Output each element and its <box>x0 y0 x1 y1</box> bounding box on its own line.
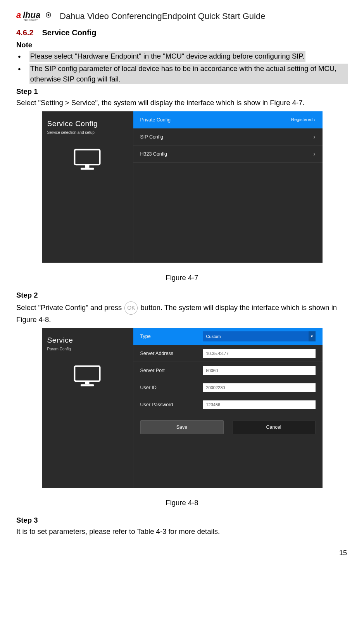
fig47-main: Private Config Registered › SIP Config ›… <box>133 111 323 263</box>
monitor-icon <box>47 148 128 175</box>
field-user-password: User Password 123456 <box>133 396 323 413</box>
user-password-input[interactable]: 123456 <box>203 400 316 409</box>
field-type[interactable]: Type Custom ▼ <box>133 328 323 345</box>
chevron-right-icon: › <box>313 149 315 158</box>
row-private-config[interactable]: Private Config Registered › <box>133 111 323 128</box>
svg-rect-3 <box>74 150 100 165</box>
save-button[interactable]: Save <box>140 420 224 434</box>
field-label: Server Address <box>140 350 198 357</box>
server-port-input[interactable]: 50060 <box>203 366 316 375</box>
field-server-port: Server Port 50060 <box>133 362 323 379</box>
fig48-side-sub: Param Config <box>47 346 128 352</box>
note-text: Please select "Hardware Endpoint" in the… <box>29 51 305 62</box>
fig48-sidebar: Service Param Config <box>42 328 133 488</box>
row-sip-config[interactable]: SIP Config › <box>133 128 323 145</box>
svg-rect-7 <box>85 381 90 385</box>
field-user-id: User ID 20002230 <box>133 379 323 396</box>
step3-text: It is to set parameters, please refer to… <box>16 527 348 537</box>
section-number: 4.6.2 <box>16 27 33 38</box>
step1-text: Select "Setting > Service", the system w… <box>16 98 348 108</box>
user-id-input[interactable]: 20002230 <box>203 383 316 392</box>
figure-4-8: Service Param Config Type Custom ▼ <box>16 328 348 491</box>
field-label: User ID <box>140 384 198 391</box>
note-item: The SIP config parameter of local device… <box>16 64 348 85</box>
ok-button-icon: OK <box>124 301 138 315</box>
step3-heading: Step 3 <box>16 515 348 526</box>
step1-heading: Step 1 <box>16 87 348 97</box>
row-label: SIP Config <box>140 133 164 140</box>
caret-down-icon: ▼ <box>309 331 316 341</box>
figure-4-7: Service Config Service selection and set… <box>16 111 348 266</box>
fig48-side-title: Service <box>47 335 128 346</box>
page-number: 15 <box>16 548 348 558</box>
row-status: Registered › <box>291 116 316 123</box>
fig48-main: Type Custom ▼ Server Address 10.35.43.77… <box>133 328 323 488</box>
figure-4-8-caption: Figure 4-8 <box>16 498 348 508</box>
note-item: Please select "Hardware Endpoint" in the… <box>16 51 348 62</box>
monitor-icon <box>47 364 128 391</box>
field-label: Server Port <box>140 367 198 374</box>
fig47-sidebar: Service Config Service selection and set… <box>42 111 133 263</box>
svg-rect-6 <box>74 366 100 381</box>
step2-text: Select "Private Config" and press OK but… <box>16 301 348 325</box>
chevron-right-icon: › <box>313 132 315 141</box>
fig47-side-title: Service Config <box>47 118 128 129</box>
svg-rect-8 <box>81 385 94 386</box>
field-label: User Password <box>140 401 198 408</box>
logo-a-icon: a <box>16 10 21 20</box>
row-label: Private Config <box>140 116 171 123</box>
cancel-button[interactable]: Cancel <box>232 420 316 434</box>
type-dropdown[interactable]: Custom ▼ <box>203 331 316 341</box>
figure-4-7-caption: Figure 4-7 <box>16 273 348 283</box>
step2-heading: Step 2 <box>16 290 348 301</box>
note-text: The SIP config parameter of local device… <box>29 64 348 85</box>
svg-rect-5 <box>81 168 94 170</box>
svg-text:lhua: lhua <box>23 10 40 20</box>
svg-text:TECHNOLOGY: TECHNOLOGY <box>24 19 38 21</box>
row-label: H323 Config <box>140 151 167 158</box>
row-h323-config[interactable]: H323 Config › <box>133 145 323 163</box>
note-heading: Note <box>16 40 348 50</box>
doc-header: a lhua TECHNOLOGY Dahua Video Conferenci… <box>16 9 348 23</box>
brand-logo: a lhua TECHNOLOGY <box>16 9 55 23</box>
section-title: Service Config <box>42 27 96 38</box>
doc-title: Dahua Video ConferencingEndpoint Quick S… <box>60 10 265 23</box>
chevron-right-icon: › <box>314 117 316 122</box>
field-label: Type <box>140 333 198 340</box>
server-address-input[interactable]: 10.35.43.77 <box>203 349 316 358</box>
svg-rect-4 <box>85 165 90 168</box>
field-server-address: Server Address 10.35.43.77 <box>133 345 323 362</box>
fig47-side-sub: Service selection and setup <box>47 130 128 136</box>
